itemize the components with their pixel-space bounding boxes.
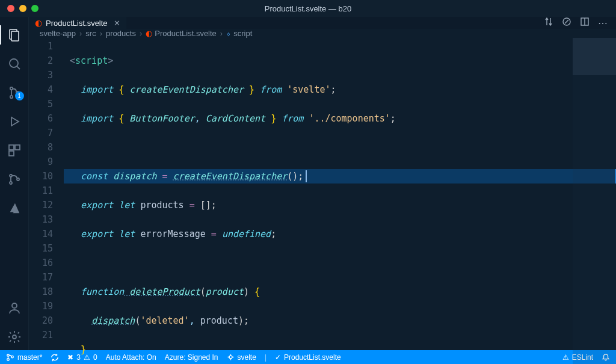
svelte-file-icon: ◐	[35, 18, 42, 28]
breadcrumb-seg[interactable]: src	[85, 29, 96, 38]
svg-rect-9	[15, 145, 20, 150]
svg-point-4	[10, 87, 12, 90]
chevron-right-icon: ›	[79, 29, 82, 38]
source-control-icon[interactable]: 1	[0, 79, 29, 106]
svg-point-14	[12, 303, 17, 308]
svg-point-11	[10, 174, 12, 177]
breadcrumb-seg[interactable]: svelte-app	[40, 29, 76, 38]
svg-point-12	[10, 182, 12, 184]
svg-point-5	[10, 96, 12, 98]
svg-point-19	[7, 354, 10, 356]
run-icon[interactable]	[562, 17, 571, 29]
maximize-window-button[interactable]	[31, 5, 38, 12]
minimize-window-button[interactable]	[19, 5, 26, 12]
line-number-gutter: 123456789101112131415161718192021	[29, 38, 64, 364]
breadcrumb-seg[interactable]: products	[106, 29, 136, 38]
window-title: ProductList.svelte — b20	[265, 4, 352, 13]
breadcrumb-seg[interactable]: ProductList.svelte	[155, 29, 217, 38]
tab-label: ProductList.svelte	[46, 19, 108, 28]
close-window-button[interactable]	[7, 5, 14, 12]
svg-point-13	[17, 178, 19, 180]
settings-gear-icon[interactable]	[0, 324, 29, 350]
svg-marker-7	[11, 117, 19, 126]
svg-rect-1	[11, 31, 19, 41]
code-editor[interactable]: 123456789101112131415161718192021 <scrip…	[29, 38, 616, 364]
more-actions-icon[interactable]: ⋯	[598, 17, 608, 29]
accounts-icon[interactable]	[0, 295, 29, 321]
azure-icon[interactable]	[0, 195, 29, 221]
explorer-icon[interactable]	[0, 22, 29, 48]
split-editor-icon[interactable]	[580, 17, 590, 29]
svg-rect-8	[9, 145, 14, 150]
svg-point-20	[7, 358, 10, 360]
svg-point-15	[13, 335, 16, 339]
window-controls	[0, 5, 38, 12]
chevron-right-icon: ›	[100, 29, 102, 38]
chevron-right-icon: ›	[220, 29, 223, 38]
svg-rect-10	[9, 151, 14, 156]
git-graph-icon[interactable]	[0, 166, 29, 193]
tab-productlist[interactable]: ◐ ProductList.svelte ✕	[29, 17, 127, 29]
source-control-badge: 1	[15, 91, 24, 100]
tab-bar: ◐ ProductList.svelte ✕ ⋯	[29, 17, 616, 29]
editor-actions: ⋯	[544, 17, 616, 29]
activity-bar: 1	[0, 17, 29, 350]
chevron-right-icon: ›	[140, 29, 142, 38]
extensions-icon[interactable]	[0, 137, 29, 164]
compare-changes-icon[interactable]	[544, 17, 553, 29]
svg-line-3	[17, 67, 20, 70]
text-cursor	[306, 170, 307, 182]
titlebar: ProductList.svelte — b20	[0, 0, 616, 17]
breadcrumbs[interactable]: svelte-app › src › products › ◐ ProductL…	[29, 29, 616, 38]
breadcrumb-seg[interactable]: script	[233, 29, 252, 38]
run-debug-icon[interactable]	[0, 108, 29, 135]
minimap[interactable]	[573, 38, 616, 364]
code-content[interactable]: <script> import { createEventDispatcher …	[64, 38, 616, 364]
svelte-file-icon: ◐	[146, 29, 152, 38]
close-tab-icon[interactable]: ✕	[114, 19, 120, 28]
svg-point-2	[10, 59, 18, 67]
search-icon[interactable]	[0, 51, 29, 77]
symbol-icon: ⬨	[226, 29, 231, 38]
